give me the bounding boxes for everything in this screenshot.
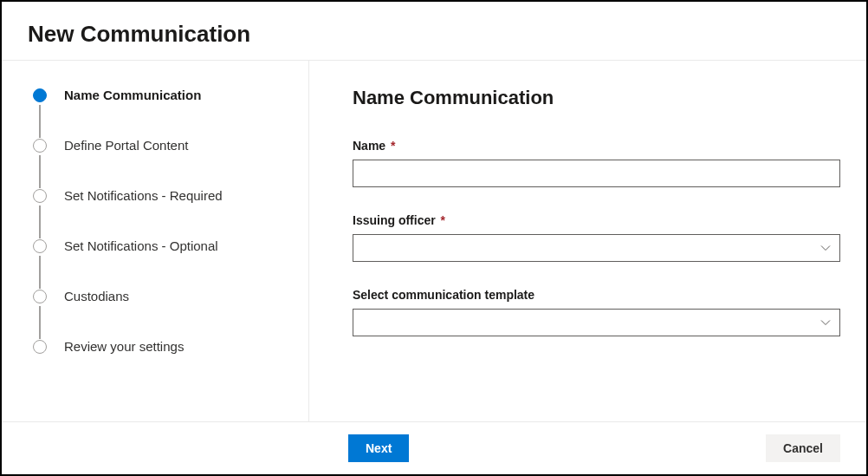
form-pane: Name Communication Name * Issuing office… <box>309 61 866 421</box>
next-button[interactable]: Next <box>348 434 409 462</box>
step-review-settings[interactable]: Review your settings <box>33 338 291 388</box>
step-label: Name Communication <box>64 87 201 137</box>
form-heading: Name Communication <box>353 87 840 109</box>
wizard-header: New Communication <box>2 2 866 61</box>
step-connector <box>39 205 41 238</box>
step-custodians[interactable]: Custodians <box>33 288 291 338</box>
field-issuing-officer: Issuing officer * <box>353 213 840 262</box>
step-marker <box>33 290 47 303</box>
cancel-button[interactable]: Cancel <box>766 434 840 462</box>
wizard-steps: Name Communication Define Portal Content… <box>2 61 309 421</box>
name-label-text: Name <box>353 139 385 153</box>
step-marker <box>33 139 47 153</box>
chevron-down-icon <box>820 243 831 253</box>
step-label: Review your settings <box>64 338 184 388</box>
step-set-notifications-optional[interactable]: Set Notifications - Optional <box>33 238 291 288</box>
step-connector <box>39 256 41 289</box>
step-connector <box>39 155 41 188</box>
step-define-portal-content[interactable]: Define Portal Content <box>33 137 291 187</box>
issuing-officer-select[interactable] <box>353 234 840 262</box>
required-asterisk: * <box>441 213 445 227</box>
issuing-officer-label: Issuing officer * <box>353 213 840 227</box>
template-select[interactable] <box>353 309 840 336</box>
required-asterisk: * <box>391 139 395 153</box>
name-input[interactable] <box>353 160 840 187</box>
step-label: Define Portal Content <box>64 137 188 187</box>
step-name-communication[interactable]: Name Communication <box>33 87 291 137</box>
step-marker <box>33 340 47 354</box>
wizard-footer: Next Cancel <box>2 421 866 474</box>
step-marker-current <box>33 88 47 102</box>
chevron-down-icon <box>820 317 831 328</box>
step-set-notifications-required[interactable]: Set Notifications - Required <box>33 187 291 238</box>
step-connector <box>39 105 41 138</box>
page-title: New Communication <box>28 21 840 48</box>
wizard-body: Name Communication Define Portal Content… <box>2 61 866 421</box>
step-label: Set Notifications - Required <box>64 187 223 238</box>
step-label: Custodians <box>64 288 129 338</box>
field-name: Name * <box>353 139 840 187</box>
name-label: Name * <box>353 139 840 153</box>
template-label: Select communication template <box>353 288 840 302</box>
step-label: Set Notifications - Optional <box>64 238 218 288</box>
step-marker <box>33 189 47 203</box>
step-connector <box>39 306 41 339</box>
field-template: Select communication template <box>353 288 840 336</box>
step-marker <box>33 239 47 253</box>
issuing-officer-label-text: Issuing officer <box>353 213 436 227</box>
